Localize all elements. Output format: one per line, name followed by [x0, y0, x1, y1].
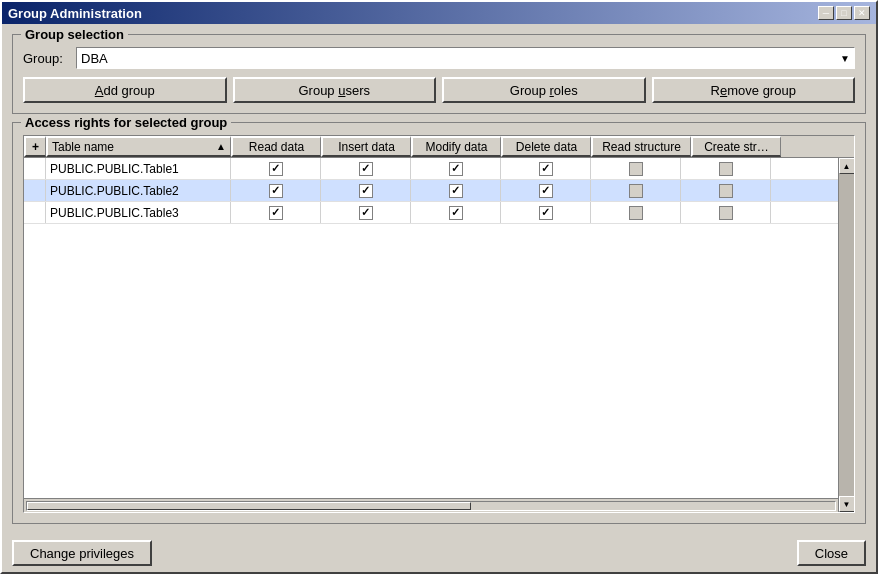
td-checkbox [231, 202, 321, 223]
horizontal-scrollbar[interactable] [26, 501, 836, 511]
td-checkbox [411, 158, 501, 179]
minimize-button[interactable]: ─ [818, 6, 834, 20]
group-label: Group: [23, 51, 68, 66]
checkbox-cell[interactable] [269, 184, 283, 198]
checkbox-cell[interactable] [719, 162, 733, 176]
group-buttons-row: Add group Group users Group roles Remove… [23, 77, 855, 103]
th-table-name-label: Table name [52, 140, 114, 154]
checkbox-cell[interactable] [359, 206, 373, 220]
group-dropdown[interactable]: DBA ▼ [76, 47, 855, 69]
sort-asc-icon: ▲ [216, 141, 226, 152]
group-selection-section: Group selection Group: DBA ▼ Add group G… [12, 34, 866, 114]
change-privileges-button[interactable]: Change privileges [12, 540, 152, 566]
add-group-button[interactable]: Add group [23, 77, 227, 103]
td-checkbox [231, 180, 321, 201]
td-checkbox [321, 180, 411, 201]
group-users-button[interactable]: Group users [233, 77, 437, 103]
td-checkbox [321, 158, 411, 179]
checkbox-cell[interactable] [539, 162, 553, 176]
td-table-name: PUBLIC.PUBLIC.Table2 [46, 180, 231, 201]
chevron-down-icon: ▼ [840, 53, 850, 64]
checkbox-cell[interactable] [629, 162, 643, 176]
checkbox-cell[interactable] [359, 162, 373, 176]
td-checkbox [231, 158, 321, 179]
td-row-add [24, 158, 46, 179]
footer: Change privileges Close [2, 534, 876, 572]
close-button[interactable]: Close [797, 540, 866, 566]
table-body: PUBLIC.PUBLIC.Table1PUBLIC.PUBLIC.Table2… [24, 158, 838, 498]
table-row[interactable]: PUBLIC.PUBLIC.Table2 [24, 180, 838, 202]
checkbox-cell[interactable] [449, 184, 463, 198]
horizontal-scrollbar-thumb[interactable] [27, 502, 471, 510]
checkbox-cell[interactable] [539, 184, 553, 198]
td-checkbox [681, 202, 771, 223]
remove-group-button[interactable]: Remove group [652, 77, 856, 103]
td-table-name: PUBLIC.PUBLIC.Table1 [46, 158, 231, 179]
checkbox-cell[interactable] [629, 206, 643, 220]
td-checkbox [591, 180, 681, 201]
checkbox-cell[interactable] [719, 206, 733, 220]
th-add[interactable]: + [24, 136, 46, 157]
close-button[interactable]: ✕ [854, 6, 870, 20]
table-row[interactable]: PUBLIC.PUBLIC.Table1 [24, 158, 838, 180]
group-dropdown-value: DBA [81, 51, 108, 66]
td-checkbox [501, 202, 591, 223]
th-table-name[interactable]: Table name ▲ [46, 136, 231, 157]
td-checkbox [591, 158, 681, 179]
th-modify-data[interactable]: Modify data [411, 136, 501, 157]
checkbox-cell[interactable] [449, 162, 463, 176]
th-insert-data[interactable]: Insert data [321, 136, 411, 157]
table-scroll-wrapper: PUBLIC.PUBLIC.Table1PUBLIC.PUBLIC.Table2… [24, 158, 854, 512]
checkbox-cell[interactable] [269, 162, 283, 176]
access-section-legend: Access rights for selected group [21, 115, 231, 130]
group-roles-button[interactable]: Group roles [442, 77, 646, 103]
group-section-legend: Group selection [21, 27, 128, 42]
scroll-up-button[interactable]: ▲ [839, 158, 855, 174]
group-row: Group: DBA ▼ [23, 47, 855, 69]
access-table: + Table name ▲ Read data Insert data Mod… [23, 135, 855, 513]
checkbox-cell[interactable] [539, 206, 553, 220]
maximize-button[interactable]: □ [836, 6, 852, 20]
table-row[interactable]: PUBLIC.PUBLIC.Table3 [24, 202, 838, 224]
content-area: Group selection Group: DBA ▼ Add group G… [2, 24, 876, 534]
td-row-add [24, 180, 46, 201]
th-delete-data[interactable]: Delete data [501, 136, 591, 157]
checkbox-cell[interactable] [629, 184, 643, 198]
access-rights-section: Access rights for selected group + Table… [12, 122, 866, 524]
table-body-area: PUBLIC.PUBLIC.Table1PUBLIC.PUBLIC.Table2… [24, 158, 838, 512]
td-checkbox [681, 158, 771, 179]
th-read-data[interactable]: Read data [231, 136, 321, 157]
checkbox-cell[interactable] [359, 184, 373, 198]
td-row-add [24, 202, 46, 223]
horizontal-scrollbar-area [24, 498, 838, 512]
th-create-structure[interactable]: Create str… [691, 136, 781, 157]
td-checkbox [411, 202, 501, 223]
title-bar: Group Administration ─ □ ✕ [2, 2, 876, 24]
checkbox-cell[interactable] [449, 206, 463, 220]
td-checkbox [591, 202, 681, 223]
vertical-scrollbar: ▲ ▼ [838, 158, 854, 512]
td-table-name: PUBLIC.PUBLIC.Table3 [46, 202, 231, 223]
td-checkbox [501, 180, 591, 201]
window-controls: ─ □ ✕ [818, 6, 870, 20]
checkbox-cell[interactable] [269, 206, 283, 220]
table-header: + Table name ▲ Read data Insert data Mod… [24, 136, 854, 158]
th-read-structure[interactable]: Read structure [591, 136, 691, 157]
scroll-down-button[interactable]: ▼ [839, 496, 855, 512]
td-checkbox [681, 180, 771, 201]
td-checkbox [321, 202, 411, 223]
td-checkbox [501, 158, 591, 179]
window-title: Group Administration [8, 6, 142, 21]
checkbox-cell[interactable] [719, 184, 733, 198]
td-checkbox [411, 180, 501, 201]
main-window: Group Administration ─ □ ✕ Group selecti… [0, 0, 878, 574]
scroll-track [839, 174, 855, 496]
